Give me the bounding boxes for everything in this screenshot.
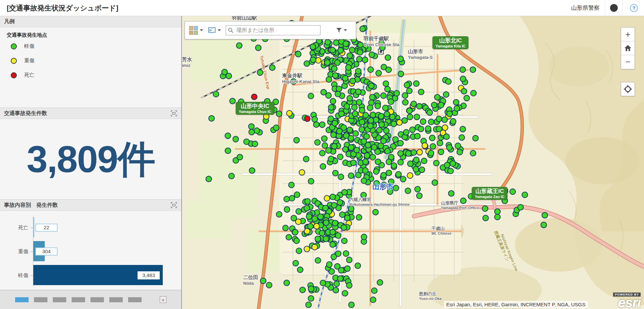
accident-point[interactable] <box>470 90 476 96</box>
accident-point[interactable] <box>351 160 356 166</box>
accident-point[interactable] <box>427 110 432 115</box>
accident-point[interactable] <box>377 127 382 133</box>
accident-point[interactable] <box>350 78 355 84</box>
accident-point[interactable] <box>352 111 358 117</box>
accident-point[interactable] <box>432 180 438 186</box>
accident-point[interactable] <box>315 236 321 242</box>
accident-point[interactable] <box>368 67 374 73</box>
accident-point[interactable] <box>363 168 368 173</box>
accident-point[interactable] <box>346 282 352 288</box>
accident-point[interactable] <box>460 76 466 82</box>
accident-point[interactable] <box>305 198 310 204</box>
accident-point[interactable] <box>294 138 299 143</box>
accident-point[interactable] <box>448 168 453 174</box>
accident-point[interactable] <box>382 105 388 111</box>
accident-point[interactable] <box>337 200 343 205</box>
accident-point[interactable] <box>373 209 378 215</box>
accident-point[interactable] <box>410 127 415 132</box>
accident-point[interactable] <box>482 206 488 211</box>
accident-point[interactable] <box>369 52 375 57</box>
accident-point[interactable] <box>422 143 428 149</box>
accident-point[interactable] <box>343 147 348 152</box>
accident-point[interactable] <box>351 105 357 110</box>
accident-point[interactable] <box>368 118 374 123</box>
accident-point[interactable] <box>304 246 310 252</box>
accident-point[interactable] <box>244 139 250 145</box>
accident-point[interactable] <box>413 81 419 86</box>
accident-point[interactable] <box>308 296 314 301</box>
accident-point[interactable] <box>339 111 344 117</box>
accident-point[interactable] <box>252 94 257 100</box>
accident-point[interactable] <box>495 214 500 220</box>
accident-point[interactable] <box>444 162 450 168</box>
pagination-tab[interactable] <box>15 297 29 302</box>
accident-point[interactable] <box>388 99 394 105</box>
accident-point[interactable] <box>397 140 403 146</box>
accident-point[interactable] <box>328 116 334 122</box>
accident-point[interactable] <box>343 251 349 257</box>
accident-point[interactable] <box>363 159 368 164</box>
accident-point[interactable] <box>260 278 266 284</box>
accident-point[interactable] <box>383 81 389 86</box>
accident-point[interactable] <box>332 66 337 72</box>
accident-point[interactable] <box>377 280 383 285</box>
accident-point[interactable] <box>420 119 426 124</box>
accident-point[interactable] <box>286 234 292 240</box>
accident-point[interactable] <box>254 128 260 133</box>
accident-point[interactable] <box>431 102 437 108</box>
help-button[interactable]: ? <box>630 4 638 12</box>
accident-point[interactable] <box>542 213 548 218</box>
accident-point[interactable] <box>294 192 300 198</box>
accident-point[interactable] <box>333 40 339 45</box>
accident-point[interactable] <box>320 280 326 286</box>
accident-point[interactable] <box>321 136 327 142</box>
accident-point[interactable] <box>386 159 392 165</box>
accident-point[interactable] <box>367 105 373 111</box>
accident-point[interactable] <box>510 189 516 194</box>
accident-point[interactable] <box>472 136 478 141</box>
accident-point[interactable] <box>273 125 279 130</box>
accident-point[interactable] <box>453 100 459 105</box>
accident-point[interactable] <box>518 204 523 210</box>
accident-point[interactable] <box>378 113 384 119</box>
accident-point[interactable] <box>213 91 219 97</box>
accident-point[interactable] <box>206 176 212 182</box>
accident-point[interactable] <box>344 104 350 109</box>
accident-point[interactable] <box>348 135 354 141</box>
accident-point[interactable] <box>308 93 314 99</box>
accident-point[interactable] <box>326 148 331 153</box>
accident-point[interactable] <box>334 281 340 286</box>
accident-point[interactable] <box>323 220 329 226</box>
accident-point[interactable] <box>325 60 330 65</box>
accident-point[interactable] <box>225 148 231 154</box>
maximize-icon[interactable] <box>171 110 177 117</box>
accident-point[interactable] <box>323 205 328 211</box>
accident-point[interactable] <box>308 179 314 184</box>
accident-point[interactable] <box>326 92 331 98</box>
accident-point[interactable] <box>398 71 404 77</box>
accident-point[interactable] <box>361 178 367 184</box>
accident-point[interactable] <box>315 258 321 263</box>
accident-point[interactable] <box>417 193 422 199</box>
accident-point[interactable] <box>310 44 316 50</box>
accident-point[interactable] <box>312 116 317 122</box>
accident-point[interactable] <box>324 195 330 201</box>
accident-point[interactable] <box>356 56 362 62</box>
pagination-tab[interactable] <box>90 297 104 302</box>
accident-point[interactable] <box>464 95 469 101</box>
accident-point[interactable] <box>408 161 413 167</box>
accident-point[interactable] <box>344 266 350 271</box>
accident-point[interactable] <box>306 214 312 220</box>
accident-point[interactable] <box>419 167 425 172</box>
accident-point[interactable] <box>342 238 347 244</box>
accident-point[interactable] <box>333 170 338 176</box>
accident-point[interactable] <box>444 134 449 140</box>
pagination-tab[interactable] <box>128 297 142 302</box>
accident-point[interactable] <box>347 53 353 59</box>
accident-point[interactable] <box>332 120 338 126</box>
accident-point[interactable] <box>328 105 334 110</box>
accident-point[interactable] <box>429 135 435 141</box>
accident-point[interactable] <box>417 149 422 155</box>
accident-point[interactable] <box>276 211 282 217</box>
accident-point[interactable] <box>296 248 302 254</box>
